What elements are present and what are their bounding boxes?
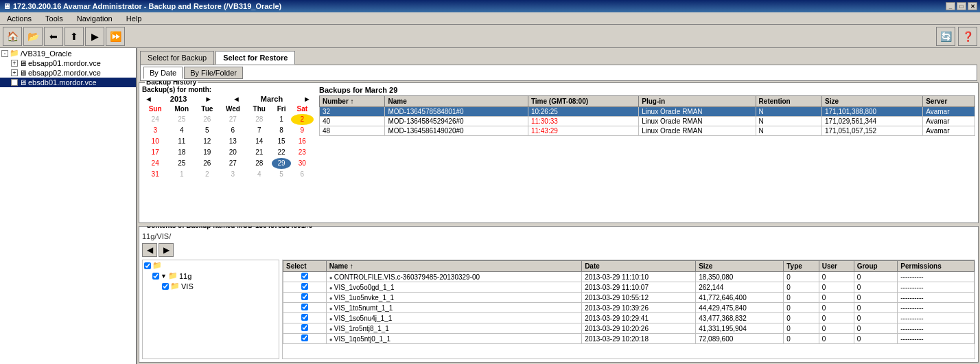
calendar-day[interactable]: 29 — [272, 158, 291, 169]
calendar-day[interactable]: 25 — [168, 158, 196, 169]
calendar-day[interactable]: 4 — [247, 169, 272, 180]
calendar-day[interactable]: 4 — [168, 125, 196, 136]
calendar-day[interactable]: 3 — [143, 125, 168, 136]
tree-expand-1[interactable]: + — [11, 69, 18, 76]
calendar-day[interactable]: 2 — [291, 114, 313, 125]
calendar-day[interactable]: 10 — [143, 136, 168, 147]
tree-item-1[interactable]: + 🖥 ebsapp02.mordor.vce — [0, 68, 136, 78]
calendar-day[interactable]: 20 — [219, 147, 246, 158]
backups-col-header: Size — [822, 96, 923, 107]
toolbar-btn-1[interactable]: 🏠 — [3, 27, 22, 46]
menu-navigation[interactable]: Navigation — [73, 14, 117, 23]
calendar-day[interactable]: 28 — [247, 158, 272, 169]
tree-root[interactable]: - 📁 /VB319_Oracle — [0, 48, 136, 58]
tree-item-2[interactable]: + 🖥 ebsdb01.mordor.vce — [0, 78, 136, 87]
tree-vis-checkbox[interactable] — [162, 283, 169, 290]
contents-col-header: Group — [854, 261, 898, 272]
calendar-day[interactable]: 7 — [247, 125, 272, 136]
contents-table-row: ● VIS_1so5nu4j_1_12013-03-29 10:29:4143,… — [283, 313, 975, 323]
toolbar-btn-5[interactable]: ▶ — [85, 27, 104, 46]
calendar-day[interactable]: 28 — [247, 114, 272, 125]
calendar-day[interactable]: 18 — [168, 147, 196, 158]
tree-root-checkbox[interactable] — [144, 262, 151, 269]
calendar-day[interactable]: 25 — [168, 114, 196, 125]
cal-next-month[interactable]: ► — [301, 95, 314, 103]
contents-row-checkbox[interactable] — [301, 293, 308, 300]
menu-actions[interactable]: Actions — [3, 14, 36, 23]
minimize-button[interactable]: _ — [946, 2, 955, 10]
calendar-day[interactable]: 24 — [143, 114, 168, 125]
calendar-day[interactable]: 27 — [219, 158, 246, 169]
backups-table-row[interactable]: 40MOD-1364584529426#011:30:33Linux Oracl… — [320, 117, 975, 126]
contents-row-checkbox[interactable] — [301, 283, 308, 290]
contents-tree-vis[interactable]: 📁 VIS — [143, 281, 279, 291]
calendar-day[interactable]: 2 — [196, 169, 220, 180]
calendar-day[interactable]: 12 — [196, 136, 220, 147]
bottom-btn-1[interactable]: ◀ — [142, 243, 157, 257]
tree-expand-root[interactable]: - — [1, 50, 8, 57]
calendar-day[interactable]: 11 — [168, 136, 196, 147]
calendar-day[interactable]: 27 — [219, 114, 246, 125]
calendar-day[interactable]: 22 — [272, 147, 291, 158]
cal-prev-month[interactable]: ◄ — [230, 95, 243, 103]
contents-table-row: ● VIS_1vo5o0gd_1_12013-03-29 11:10:07262… — [283, 282, 975, 293]
calendar-day[interactable]: 15 — [272, 136, 291, 147]
calendar-day[interactable]: 21 — [247, 147, 272, 158]
tree-expand-11g[interactable]: ▼ — [161, 273, 167, 280]
cal-next-year[interactable]: ► — [202, 95, 215, 103]
toolbar-btn-3[interactable]: ⬅ — [44, 27, 63, 46]
contents-tree-root[interactable]: 📁 — [143, 260, 279, 271]
calendar-day[interactable]: 19 — [196, 147, 220, 158]
tab-select-for-restore[interactable]: Select for Restore — [215, 51, 295, 65]
sub-tab-by-file-folder[interactable]: By File/Folder — [184, 67, 243, 79]
contents-col-header: Size — [696, 261, 784, 272]
contents-row-checkbox[interactable] — [301, 314, 308, 321]
tree-item-0[interactable]: + 🖥 ebsapp01.mordor.vce — [0, 58, 136, 68]
calendar-day[interactable]: 30 — [291, 158, 313, 169]
contents-row-checkbox[interactable] — [301, 334, 308, 341]
calendar-day[interactable]: 8 — [272, 125, 291, 136]
tree-expand-2[interactable]: + — [11, 79, 18, 86]
sub-tab-by-date[interactable]: By Date — [143, 67, 183, 79]
calendar-day[interactable]: 1 — [168, 169, 196, 180]
calendar-day[interactable]: 23 — [291, 147, 313, 158]
calendar-day[interactable]: 13 — [219, 136, 246, 147]
contents-tree-11g[interactable]: ▼ 📁 11g — [143, 271, 279, 281]
calendar-day[interactable]: 1 — [272, 114, 291, 125]
close-button[interactable]: ✕ — [968, 2, 977, 10]
menu-tools[interactable]: Tools — [41, 14, 67, 23]
calendar-day[interactable]: 31 — [143, 169, 168, 180]
folder-icon-11g: 📁 — [168, 271, 178, 280]
calendar-day[interactable]: 14 — [247, 136, 272, 147]
calendar-day[interactable]: 6 — [219, 125, 246, 136]
calendar-day[interactable]: 26 — [196, 158, 220, 169]
calendar-day[interactable]: 26 — [196, 114, 220, 125]
bottom-btn-2[interactable]: ▶ — [159, 243, 174, 257]
cal-prev-year[interactable]: ◄ — [142, 95, 155, 103]
backups-table-row[interactable]: 48MOD-1364586149020#011:43:29Linux Oracl… — [320, 126, 975, 136]
backup-history-group: Backup History Backup(s) for month: ◄ 20… — [139, 82, 979, 223]
calendar-day[interactable]: 16 — [291, 136, 313, 147]
contents-row-checkbox[interactable] — [301, 304, 308, 310]
contents-row-checkbox[interactable] — [301, 273, 308, 280]
backups-section: Backups for March 29 Number ↑NameTime (G… — [319, 86, 975, 220]
menu-help[interactable]: Help — [122, 14, 146, 23]
toolbar-btn-4[interactable]: ⬆ — [65, 27, 84, 46]
calendar-day[interactable]: 9 — [291, 125, 313, 136]
calendar-day[interactable]: 6 — [291, 169, 313, 180]
calendar-day[interactable]: 3 — [219, 169, 246, 180]
contents-row-checkbox[interactable] — [301, 324, 308, 331]
calendar-day[interactable]: 5 — [196, 125, 220, 136]
toolbar-refresh-button[interactable]: 🔄 — [936, 27, 955, 46]
toolbar-btn-2[interactable]: 📂 — [23, 27, 43, 46]
tab-select-for-backup[interactable]: Select for Backup — [140, 51, 214, 65]
toolbar-btn-6[interactable]: ⏩ — [106, 27, 125, 46]
toolbar-help-button[interactable]: ❓ — [958, 27, 977, 46]
tree-11g-checkbox[interactable] — [152, 273, 159, 280]
backups-table-row[interactable]: 32MOD-1364578584801#010:26:25Linux Oracl… — [320, 107, 975, 117]
calendar-day[interactable]: 24 — [143, 158, 168, 169]
calendar-day[interactable]: 17 — [143, 147, 168, 158]
maximize-button[interactable]: □ — [957, 2, 966, 10]
tree-expand-0[interactable]: + — [11, 60, 18, 67]
calendar-day[interactable]: 5 — [272, 169, 291, 180]
